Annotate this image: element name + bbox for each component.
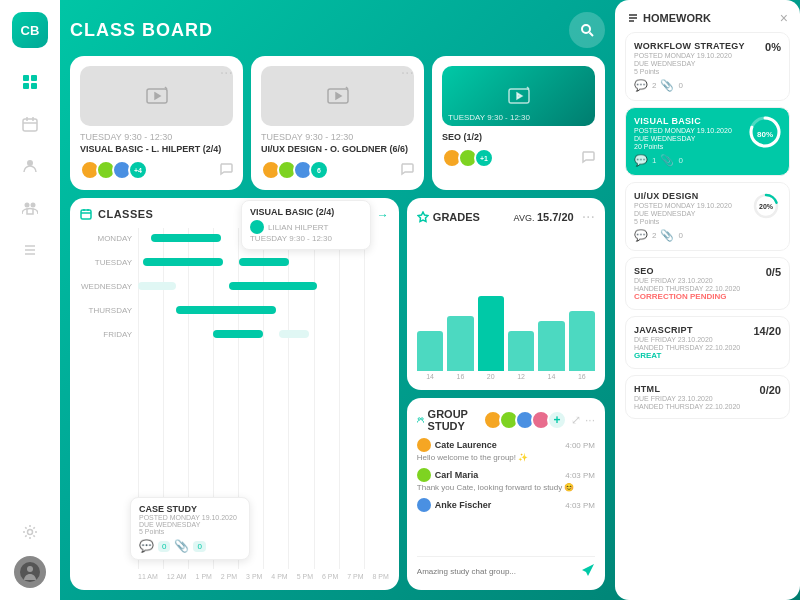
search-button[interactable] [569, 12, 605, 48]
week-next[interactable]: → [377, 208, 389, 222]
chart-bar-wrap: 14 [538, 321, 564, 380]
teacher-name: LILIAN HILPERT [268, 223, 328, 232]
comment-icon[interactable]: 💬 [634, 229, 648, 242]
homework-list: WORKFLOW STRATEGY POSTED MONDAY 19.10.20… [615, 32, 800, 600]
chart-label-0: 14 [426, 373, 434, 380]
chat-icon[interactable] [219, 162, 233, 179]
chart-bar-wrap: 12 [508, 331, 534, 380]
hw-status-correction: CORRECTION PENDING [634, 292, 781, 301]
chart-bar-1 [447, 316, 473, 371]
group-icon [417, 414, 424, 426]
svg-line-18 [590, 33, 594, 37]
time-label: 4 PM [271, 573, 287, 580]
user-avatar[interactable] [14, 556, 46, 588]
chart-bar-4 [538, 321, 564, 371]
course-card-1[interactable]: ··· TUESDAY 9:30 - 12:30 UI/UX DESIGN - … [251, 56, 424, 190]
card-time-1: TUESDAY 9:30 - 12:30 [261, 132, 414, 142]
course-card-0[interactable]: ··· TUESDAY 9:30 - 12:30 VISUAL BASIC - … [70, 56, 243, 190]
card-title-2: SEO (1/2) [442, 132, 595, 142]
chart-bar-0 [417, 331, 443, 371]
day-row-friday: FRIDAY [80, 324, 389, 344]
svg-point-9 [25, 203, 30, 208]
attach-count: 0 [678, 81, 682, 90]
bar-chart: 14 16 20 12 [417, 230, 595, 380]
send-button[interactable] [581, 563, 595, 580]
chat-input[interactable] [417, 567, 577, 576]
progress-value: 20% [759, 203, 773, 210]
time-label: 6 PM [322, 573, 338, 580]
card-title-0: VISUAL BASIC - L. HILPERT (2/4) [80, 144, 233, 154]
time-label: 7 PM [347, 573, 363, 580]
attach-icon[interactable]: 📎 [174, 539, 189, 553]
chat-icon[interactable] [581, 150, 595, 167]
grades-title: GRADES [433, 211, 480, 223]
attach-icon[interactable]: 📎 [660, 229, 674, 242]
add-member-button[interactable]: + [547, 410, 567, 430]
course-card-2[interactable]: ··· TUESDAY 9:30 - 12:30 SEO (1/2) +1 [432, 56, 605, 190]
sidebar-item-user[interactable] [12, 148, 48, 184]
svg-rect-25 [81, 210, 91, 219]
grades-menu[interactable]: ··· [582, 208, 595, 226]
time-label: 11 AM [138, 573, 158, 580]
homework-close-button[interactable]: × [780, 10, 788, 26]
homework-item-3[interactable]: SEO DUE FRIDAY 23.10.2020 HANDED THURSDA… [625, 257, 790, 310]
sidebar-item-settings[interactable] [12, 514, 48, 550]
hw-score: 0/20 [760, 384, 781, 396]
chat-messages: Cate Laurence 4:00 PM Hello welcome to t… [417, 438, 595, 550]
sender-name: Carl Maria [435, 470, 479, 480]
day-bars-thursday [138, 300, 389, 320]
card-menu-0[interactable]: ··· [220, 64, 233, 82]
hw-item-posted: POSTED MONDAY 19.10.2020 [634, 52, 781, 59]
chart-label-1: 16 [456, 373, 464, 380]
class-bar [239, 258, 289, 266]
class-bar [213, 330, 263, 338]
homework-item-2[interactable]: UI/UX DESIGN POSTED MONDAY 19.10.2020 DU… [625, 182, 790, 251]
svg-point-10 [31, 203, 36, 208]
chart-bar-wrap: 20 [478, 296, 504, 380]
chat-icon[interactable]: 💬 [139, 539, 154, 553]
hw-item-due2: HANDED THURSDAY 22.10.2020 [634, 285, 781, 292]
sidebar-item-calendar[interactable] [12, 106, 48, 142]
avatar-more: 6 [309, 160, 329, 180]
sidebar-item-grid[interactable] [12, 64, 48, 100]
homework-item-5[interactable]: HTML DUE FRIDAY 23.10.2020 HANDED THURSD… [625, 375, 790, 419]
teacher-avatar [250, 220, 264, 234]
attach-icon[interactable]: 📎 [660, 79, 674, 92]
chat-message-2: Anke Fischer 4:03 PM [417, 498, 595, 512]
message-time: 4:00 PM [565, 441, 595, 450]
tooltip-title: VISUAL BASIC (2/4) [250, 207, 362, 217]
group-title: GROUP STUDY [428, 408, 473, 432]
avatar-more: +1 [474, 148, 494, 168]
class-bar [176, 306, 276, 314]
group-menu[interactable]: ··· [585, 413, 595, 427]
sidebar-item-list[interactable] [12, 232, 48, 268]
page-title: CLASS BOARD [70, 20, 559, 41]
homework-item-4[interactable]: JAVASCRIPT DUE FRIDAY 23.10.2020 HANDED … [625, 316, 790, 369]
app-logo[interactable]: CB [12, 12, 48, 48]
comment-icon[interactable]: 💬 [634, 154, 648, 167]
chat-input-row [417, 556, 595, 580]
comment-icon[interactable]: 💬 [634, 79, 648, 92]
day-bars-friday [138, 324, 389, 344]
homework-item-0[interactable]: WORKFLOW STRATEGY POSTED MONDAY 19.10.20… [625, 32, 790, 101]
svg-point-29 [418, 418, 420, 420]
chart-bar-wrap: 16 [569, 311, 595, 380]
chart-bar-wrap: 16 [447, 316, 473, 380]
attach-icon[interactable]: 📎 [660, 154, 674, 167]
classes-title: CLASSES [98, 208, 153, 220]
svg-point-17 [582, 25, 590, 33]
group-actions[interactable]: ⤢ ··· [571, 413, 595, 427]
chat-icon[interactable] [400, 162, 414, 179]
day-label-wednesday: WEDNESDAY [80, 282, 132, 291]
expand-icon[interactable]: ⤢ [571, 413, 581, 427]
class-bar [143, 258, 223, 266]
bottom-row: CLASSES THIS WEEK ← → VISUAL BASIC (2/4)… [70, 198, 605, 590]
case-points: 5 Points [139, 528, 241, 535]
schedule-tooltip: VISUAL BASIC (2/4) LILIAN HILPERT TUESDA… [241, 200, 371, 250]
homework-item-1[interactable]: VISUAL BASIC POSTED MONDAY 19.10.2020 DU… [625, 107, 790, 176]
svg-rect-0 [23, 75, 29, 81]
progress-circle: 80% [747, 114, 783, 154]
svg-point-30 [421, 418, 423, 420]
card-menu-1[interactable]: ··· [401, 64, 414, 82]
sidebar-item-group[interactable] [12, 190, 48, 226]
